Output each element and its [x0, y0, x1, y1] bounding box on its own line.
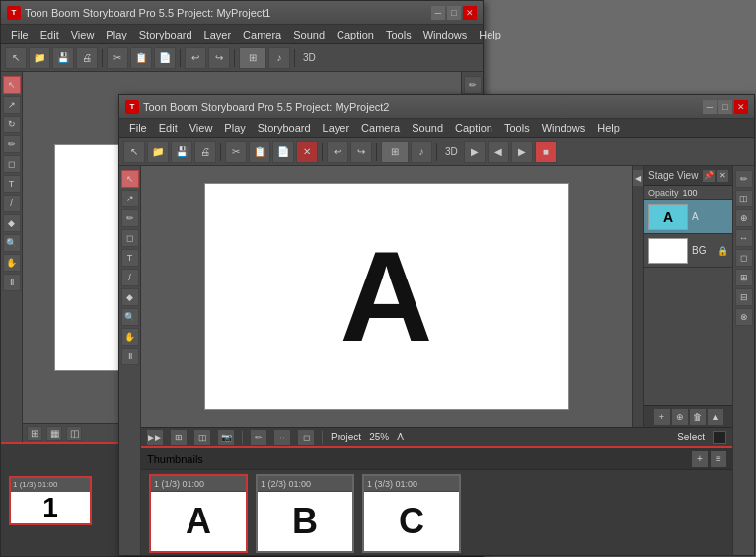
status-grid-btn[interactable]: ⊞ [171, 430, 187, 445]
w2-close-button[interactable]: ✕ [734, 100, 748, 114]
w2-menu-view[interactable]: View [184, 120, 219, 136]
w2-menu-camera[interactable]: Camera [355, 120, 406, 136]
status-move-btn[interactable]: ↔ [274, 430, 290, 445]
filmstrip-cell-1[interactable]: 1 (2/3) 01:00 B [256, 474, 354, 553]
w2-select-tool[interactable]: ↖ [121, 170, 139, 188]
collapse-btn[interactable]: ◀ [633, 170, 643, 186]
toolbar-btn-4[interactable]: 🖨 [76, 47, 98, 69]
w2-text-tool[interactable]: T [121, 249, 139, 267]
minimize-button[interactable]: ─ [431, 6, 445, 20]
w2-menu-tools[interactable]: Tools [498, 120, 536, 136]
panel-close-btn[interactable]: ✕ [717, 170, 728, 182]
w2-right-btn8[interactable]: ⊗ [735, 308, 753, 326]
toolbar-grid-btn[interactable]: ⊞ [239, 47, 266, 69]
w2-menu-file[interactable]: File [123, 120, 153, 136]
filmstrip-cell-0[interactable]: 1 (1/3) 01:00 A [149, 474, 248, 553]
w2-toolbar-color[interactable]: ■ [535, 141, 557, 163]
w2-menu-windows[interactable]: Windows [536, 120, 592, 136]
toolbar-note-btn[interactable]: ♪ [268, 47, 290, 69]
menu-file[interactable]: File [5, 27, 35, 42]
menu-play[interactable]: Play [100, 27, 132, 42]
w2-right-btn7[interactable]: ⊟ [735, 288, 753, 306]
fill-tool[interactable]: ◆ [3, 214, 21, 232]
subselect-tool[interactable]: ↗ [3, 96, 21, 114]
type2-tool[interactable]: Ⅱ [3, 274, 21, 291]
eraser-tool[interactable]: ◻ [3, 155, 21, 173]
layer-item-a[interactable]: A A [644, 200, 732, 234]
menu-windows[interactable]: Windows [417, 27, 474, 42]
zoom-tool[interactable]: 🔍 [3, 234, 21, 252]
w2-right-btn3[interactable]: ⊕ [735, 209, 753, 227]
w2-toolbar-note-btn[interactable]: ♪ [411, 141, 432, 163]
menu-edit[interactable]: Edit [35, 27, 65, 42]
toolbar-btn-3[interactable]: 💾 [52, 47, 74, 69]
select-tool[interactable]: ↖ [3, 76, 21, 94]
menu-sound[interactable]: Sound [287, 27, 331, 42]
rotate-tool[interactable]: ↻ [3, 116, 21, 133]
w2-right-btn6[interactable]: ⊞ [735, 269, 753, 286]
w2-toolbar-btn-5[interactable]: ✂ [225, 141, 247, 163]
filmstrip-add-btn[interactable]: + [692, 451, 708, 467]
w2-paint-tool[interactable]: ◆ [121, 288, 139, 306]
window2[interactable]: T Toon Boom Storyboard Pro 5.5 Project: … [118, 94, 755, 556]
menu-camera[interactable]: Camera [237, 27, 287, 42]
w2-toolbar-grid-btn[interactable]: ⊞ [381, 141, 409, 163]
w2-toolbar-btn-4[interactable]: 🖨 [194, 141, 216, 163]
w2-toolbar-btn-3[interactable]: 💾 [171, 141, 192, 163]
w2-toolbar-btn-del[interactable]: ✕ [296, 141, 318, 163]
w2-toolbar-btn-1[interactable]: ↖ [123, 141, 145, 163]
w2-toolbar-btn-6[interactable]: 📋 [249, 141, 270, 163]
layer-del-btn[interactable]: 🗑 [690, 409, 706, 425]
status-camera-btn[interactable]: 📷 [218, 430, 234, 445]
layer-up-btn[interactable]: ▲ [708, 409, 723, 425]
w2-toolbar-btn-undo[interactable]: ↩ [327, 141, 348, 163]
w2-menu-storyboard[interactable]: Storyboard [252, 120, 317, 136]
toolbar-btn-2[interactable]: 📁 [29, 47, 50, 69]
w2-menu-layer[interactable]: Layer [317, 120, 356, 136]
status-snap-btn[interactable]: ◻ [298, 430, 314, 445]
w1-status-btn[interactable]: ⊞ [27, 426, 42, 441]
w2-right-btn2[interactable]: ◫ [735, 190, 753, 207]
w2-menu-edit[interactable]: Edit [153, 120, 184, 136]
w2-right-btn5[interactable]: ◻ [735, 249, 753, 267]
w1-right-btn1[interactable]: ✏ [464, 76, 482, 94]
maximize-button[interactable]: □ [447, 6, 461, 20]
status-pencil-btn[interactable]: ✏ [251, 430, 266, 445]
w2-subselect-tool[interactable]: ↗ [121, 190, 139, 207]
toolbar-btn-1[interactable]: ↖ [5, 47, 27, 69]
menu-caption[interactable]: Caption [331, 27, 380, 42]
w2-toolbar-next[interactable]: ▶ [511, 141, 533, 163]
layer-dup-btn[interactable]: ⊕ [672, 409, 688, 425]
w1-status-btn2[interactable]: ▦ [46, 426, 62, 441]
toolbar-btn-5[interactable]: ✂ [107, 47, 128, 69]
w2-menu-play[interactable]: Play [218, 120, 251, 136]
menu-view[interactable]: View [65, 27, 101, 42]
w2-toolbar-btn-2[interactable]: 📁 [147, 141, 169, 163]
w2-menu-caption[interactable]: Caption [449, 120, 498, 136]
toolbar-btn-6[interactable]: 📋 [130, 47, 152, 69]
w2-maximize-button[interactable]: □ [718, 100, 732, 114]
w2-line-tool[interactable]: / [121, 269, 139, 286]
w2-menu-sound[interactable]: Sound [406, 120, 449, 136]
filmstrip-options-btn[interactable]: ≡ [711, 451, 726, 467]
w2-eraser-tool[interactable]: ◻ [121, 229, 139, 247]
w2-type2-tool[interactable]: Ⅱ [121, 348, 139, 365]
w2-right-btn1[interactable]: ✏ [735, 170, 753, 188]
w2-toolbar-btn-redo[interactable]: ↪ [350, 141, 372, 163]
line-tool[interactable]: / [3, 195, 21, 212]
w2-minimize-button[interactable]: ─ [703, 100, 717, 114]
menu-help[interactable]: Help [473, 27, 507, 42]
panel-pin-btn[interactable]: 📌 [703, 170, 715, 182]
toolbar-btn-9[interactable]: ↪ [208, 47, 230, 69]
hand-tool[interactable]: ✋ [3, 254, 21, 272]
menu-layer[interactable]: Layer [198, 27, 238, 42]
layer-item-bg[interactable]: BG 🔒 [644, 234, 732, 268]
w2-toolbar-prev[interactable]: ◀ [488, 141, 509, 163]
toolbar-btn-8[interactable]: ↩ [185, 47, 206, 69]
window1-thumb-cell[interactable]: 1 (1/3) 01:00 1 [9, 476, 92, 525]
toolbar-btn-7[interactable]: 📄 [154, 47, 176, 69]
w1-status-btn3[interactable]: ◫ [66, 426, 82, 441]
w2-zoom-tool[interactable]: 🔍 [121, 308, 139, 326]
w2-right-btn4[interactable]: ↔ [735, 229, 753, 247]
close-button[interactable]: ✕ [463, 6, 477, 20]
